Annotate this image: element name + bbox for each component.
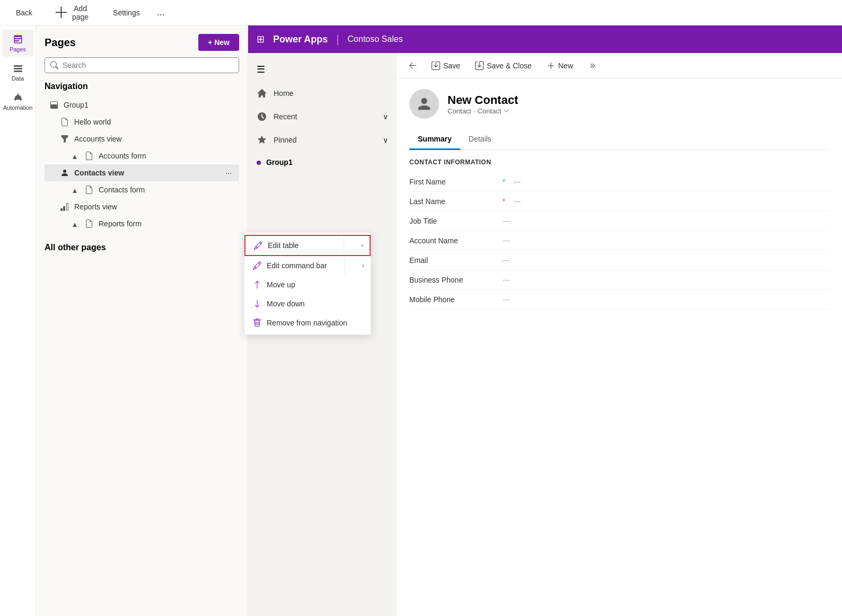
field-email: Email --- — [409, 251, 829, 270]
nav-item-accounts-form[interactable]: Accounts form — [45, 147, 239, 164]
app-sidebar-home-label: Home — [274, 89, 293, 98]
tab-details[interactable]: Details — [460, 129, 500, 150]
add-page-label: Add page — [72, 4, 89, 21]
nav-item-contacts-form[interactable]: Contacts form — [45, 181, 239, 198]
business-phone-value[interactable]: --- — [503, 276, 829, 284]
context-menu: Edit table › Edit command bar › Move up … — [244, 232, 371, 335]
nav-item-accounts-view[interactable]: Accounts view — [45, 130, 239, 147]
nav-item-hello-world[interactable]: Hello world — [45, 113, 239, 130]
sidebar-automation-label: Automation — [3, 104, 33, 111]
nav-item-contacts-view[interactable]: Contacts view ··· — [45, 164, 239, 181]
app-name: Contoso Sales — [348, 34, 403, 44]
hamburger-menu[interactable]: ☰ — [248, 57, 397, 82]
reports-form-icon — [85, 219, 93, 228]
job-title-value[interactable]: --- — [503, 217, 829, 225]
nav-item-group1-label: Group1 — [64, 101, 89, 109]
sidebar-item-data[interactable]: Data — [2, 59, 34, 86]
email-label: Email — [409, 256, 494, 265]
nav-item-reports-form-label: Reports form — [99, 219, 142, 228]
move-up-label: Move up — [267, 280, 295, 289]
sidebar-item-pages[interactable]: Pages — [2, 30, 34, 57]
nav-item-accounts-view-label: Accounts view — [74, 135, 121, 143]
add-page-button[interactable]: Add page — [49, 2, 93, 23]
sub-arrow-icon-3 — [71, 219, 80, 228]
nav-item-group1[interactable]: Group1 — [45, 96, 239, 113]
menu-divider-2 — [345, 256, 345, 275]
header-divider: | — [336, 33, 339, 46]
new-record-label: New — [558, 61, 573, 70]
form-tabs: Summary Details — [409, 129, 829, 150]
sidebar-item-automation[interactable]: Automation — [2, 88, 34, 115]
last-name-value[interactable]: --- — [514, 197, 829, 206]
contact-avatar — [409, 89, 439, 119]
app-sidebar-recent[interactable]: Recent ∨ — [248, 105, 397, 128]
automation-icon — [13, 92, 23, 103]
search-input[interactable] — [63, 61, 233, 69]
main-layout: Pages Data Automation Pages + New Naviga… — [0, 25, 842, 616]
search-box — [45, 57, 239, 73]
move-down-icon — [253, 300, 261, 308]
context-menu-edit-table[interactable]: Edit table › — [244, 235, 371, 256]
recent-chevron: ∨ — [383, 112, 388, 121]
form-content: New Contact Contact · Contact Summary De… — [397, 78, 842, 616]
form-back-button[interactable] — [403, 58, 422, 73]
navigation-title: Navigation — [45, 82, 239, 91]
view-icon — [60, 135, 69, 143]
form-area: Save Save & Close New — [397, 53, 842, 616]
new-page-button[interactable]: + New — [198, 34, 239, 51]
save-close-label: Save & Close — [487, 61, 532, 70]
contact-name-group: New Contact Contact · Contact — [448, 93, 518, 115]
group-icon — [50, 101, 58, 109]
sub-arrow-icon — [71, 152, 80, 160]
email-value[interactable]: --- — [503, 256, 829, 265]
contacts-form-icon — [85, 186, 93, 194]
save-icon — [432, 61, 440, 70]
settings-label: Settings — [113, 8, 140, 17]
remove-from-navigation-label: Remove from navigation — [267, 319, 347, 327]
pinned-icon — [257, 135, 267, 145]
field-business-phone: Business Phone --- — [409, 270, 829, 290]
new-record-button[interactable]: New — [541, 58, 578, 73]
all-other-pages-title: All other pages — [45, 243, 239, 252]
context-menu-edit-command-bar[interactable]: Edit command bar › — [244, 256, 371, 275]
more-options-button[interactable]: ... — [157, 7, 165, 18]
mobile-phone-value[interactable]: --- — [503, 295, 829, 304]
tab-summary[interactable]: Summary — [409, 129, 460, 150]
last-name-label: Last Name — [409, 197, 494, 206]
contact-subtitle: Contact · Contact — [448, 107, 518, 115]
settings-button[interactable]: Settings — [106, 6, 144, 19]
first-name-value[interactable]: --- — [514, 178, 829, 186]
nav-item-reports-view-label: Reports view — [74, 203, 117, 211]
reports-view-icon — [60, 203, 69, 211]
form-icon — [85, 152, 93, 160]
avatar-icon — [417, 96, 432, 111]
app-sidebar-recent-label: Recent — [274, 112, 297, 121]
contact-name: New Contact — [448, 93, 518, 107]
nav-item-reports-form[interactable]: Reports form — [45, 215, 239, 232]
group1-label: Group1 — [266, 158, 293, 166]
subtitle-chevron-icon — [503, 108, 510, 114]
contact-subtitle2: Contact — [477, 107, 501, 115]
more-toolbar-btn[interactable] — [583, 58, 602, 73]
save-button[interactable]: Save — [426, 58, 466, 73]
save-close-button[interactable]: Save & Close — [470, 58, 537, 73]
contacts-view-ellipsis-btn[interactable]: ··· — [222, 166, 235, 179]
context-menu-move-down[interactable]: Move down — [244, 294, 371, 313]
forward-arrows-icon — [588, 61, 597, 70]
grid-icon: ⊞ — [257, 33, 265, 45]
move-up-icon — [253, 280, 261, 289]
app-sidebar-home[interactable]: Home — [248, 82, 397, 105]
context-menu-remove-from-nav[interactable]: Remove from navigation — [244, 313, 371, 332]
app-header: ⊞ Power Apps | Contoso Sales — [248, 25, 842, 53]
home-icon — [257, 88, 267, 99]
account-name-label: Account Name — [409, 236, 494, 245]
edit-table-icon — [254, 241, 262, 250]
back-button[interactable]: Back — [8, 6, 37, 19]
app-sidebar-pinned[interactable]: Pinned ∨ — [248, 128, 397, 152]
pages-panel: Pages + New Navigation Group1 Hello worl… — [36, 25, 248, 616]
context-menu-move-up[interactable]: Move up — [244, 275, 371, 294]
nav-item-reports-view[interactable]: Reports view — [45, 198, 239, 215]
account-name-value[interactable]: --- — [503, 236, 829, 245]
field-first-name: First Name * --- — [409, 172, 829, 192]
nav-item-contacts-view-label: Contacts view — [74, 169, 124, 177]
